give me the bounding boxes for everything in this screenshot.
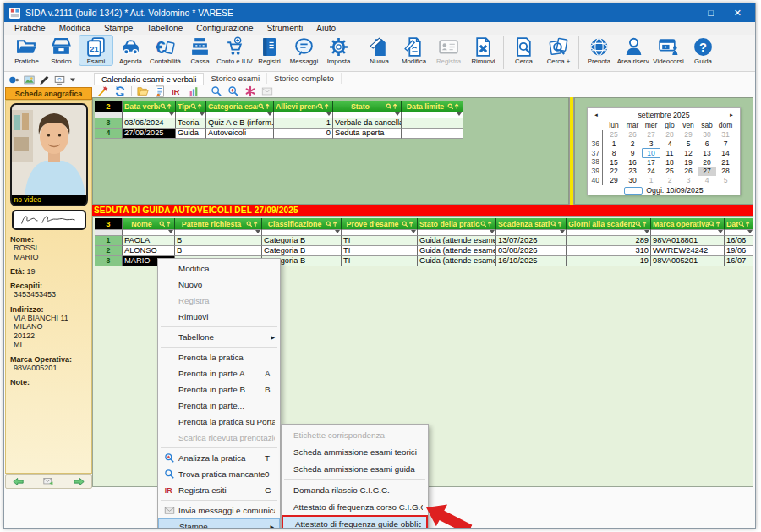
- calendar-day[interactable]: 27: [642, 130, 660, 140]
- filter-dropdown-icon[interactable]: [457, 112, 462, 118]
- toolbar-esami[interactable]: 21Esami: [79, 35, 113, 66]
- cell[interactable]: 0: [274, 129, 333, 139]
- calendar-day[interactable]: 26: [679, 167, 698, 176]
- column-header-data-r[interactable]: Data r: [725, 218, 753, 230]
- minimize-button[interactable]: –: [682, 8, 687, 18]
- filter-dropdown-icon[interactable]: [644, 230, 649, 236]
- toolbar-videocorsi[interactable]: Videocorsi: [651, 35, 686, 66]
- column-header-stato-della-pratica[interactable]: Stato della pratica: [418, 218, 496, 230]
- maximize-button[interactable]: □: [708, 8, 714, 18]
- image-icon[interactable]: [24, 74, 35, 85]
- toolbar-cassa[interactable]: Cassa: [183, 35, 217, 66]
- cell[interactable]: 03/08/2026: [496, 246, 567, 256]
- calendar-day[interactable]: 28: [660, 130, 679, 140]
- cell[interactable]: [402, 129, 463, 139]
- calendar-day[interactable]: 4: [660, 140, 679, 149]
- menu-item-analizza-la-pratica[interactable]: Analizza la praticaT: [158, 450, 280, 466]
- menu-strumenti[interactable]: Strumenti: [260, 23, 309, 34]
- cell[interactable]: 310: [567, 246, 651, 256]
- cell[interactable]: 98VA005201: [651, 256, 725, 266]
- filter-dropdown-icon[interactable]: [490, 230, 495, 236]
- menu-stampe[interactable]: Stampe: [97, 23, 140, 34]
- calendar-day[interactable]: 31: [716, 130, 735, 140]
- row-number[interactable]: 2: [95, 246, 123, 256]
- cell[interactable]: TI: [342, 246, 418, 256]
- signature-pen-icon[interactable]: [39, 74, 50, 85]
- column-header-data-limite[interactable]: Data limite: [402, 101, 463, 112]
- filter-dropdown-icon[interactable]: [267, 112, 272, 118]
- calendar-day[interactable]: 1: [605, 140, 623, 149]
- toolbar-registri[interactable]: Registri: [252, 35, 287, 66]
- filter-stato-della-pratica[interactable]: [418, 230, 496, 236]
- cell[interactable]: 289: [567, 236, 651, 246]
- calendar-day[interactable]: 16: [623, 158, 642, 167]
- filter-patente-richiesta[interactable]: [175, 230, 262, 236]
- calendar-day[interactable]: 30: [698, 130, 716, 140]
- tab-storico-completo[interactable]: Storico completo: [267, 73, 342, 84]
- menu-item-registra-esiti[interactable]: IRRegistra esitiG: [158, 482, 280, 498]
- toolbar-prenota[interactable]: Prenota: [582, 35, 616, 66]
- cell[interactable]: Guida: [176, 129, 206, 139]
- submenu-item-domanda-rilascio-c-i-g-c[interactable]: Domanda rilascio C.I.G.C.: [282, 481, 428, 498]
- calendar-day[interactable]: 2: [660, 176, 679, 185]
- cell[interactable]: 1: [274, 118, 333, 129]
- row-number[interactable]: 3: [95, 118, 123, 129]
- filter-data-verbale[interactable]: [123, 112, 176, 118]
- calendar-day[interactable]: 20: [698, 158, 716, 167]
- calendar-next-icon[interactable]: ►: [725, 112, 737, 118]
- filter-scadenza-statino[interactable]: [496, 230, 567, 236]
- filter-prove-d-esame[interactable]: [342, 230, 418, 236]
- toolbar-contabilit[interactable]: €Contabilità: [148, 35, 183, 66]
- filter-dropdown-icon[interactable]: [169, 112, 174, 118]
- filter-dropdown-icon[interactable]: [255, 230, 260, 236]
- cell[interactable]: Categoria B: [262, 236, 342, 246]
- sort-filter-icon[interactable]: [317, 103, 331, 110]
- row-number[interactable]: 4: [95, 129, 123, 139]
- column-header-data-verbale[interactable]: Data verbale: [123, 101, 176, 112]
- menu-item-stampe[interactable]: Stampe▶: [158, 518, 280, 528]
- toolbar-messaggi[interactable]: Messaggi: [287, 35, 321, 66]
- sort-filter-icon[interactable]: [160, 103, 173, 110]
- calendar-day[interactable]: 1: [642, 176, 660, 185]
- cell[interactable]: B: [175, 246, 262, 256]
- column-header-prove-d-esame[interactable]: Prove d'esame: [342, 218, 418, 230]
- sort-filter-icon[interactable]: [258, 103, 271, 110]
- filter-tipo[interactable]: [176, 112, 206, 118]
- cell[interactable]: Guida (attende esame): [418, 236, 496, 246]
- toolbar-registra[interactable]: Registra: [431, 35, 466, 66]
- search-plus-icon[interactable]: [227, 85, 239, 97]
- calendar-day[interactable]: 28: [716, 167, 735, 176]
- submenu-item-scheda-ammissione-esami-teorici[interactable]: Scheda ammissione esami teorici: [282, 443, 428, 460]
- cell[interactable]: 16/07: [725, 256, 753, 266]
- calendar-day[interactable]: 30: [623, 176, 642, 185]
- cell[interactable]: 19: [567, 256, 651, 266]
- filter-dropdown-icon[interactable]: [411, 230, 416, 236]
- calendar-day[interactable]: 13: [698, 149, 716, 158]
- filter-nome[interactable]: [123, 230, 175, 236]
- ir-results-icon[interactable]: IR: [171, 85, 183, 97]
- calendar-day[interactable]: 29: [605, 176, 623, 185]
- calendar-prev-icon[interactable]: ◄: [590, 112, 602, 118]
- close-button[interactable]: ✕: [734, 8, 742, 19]
- open-folder-icon[interactable]: [137, 85, 149, 97]
- column-header-marca-operativa[interactable]: Marca operativa: [651, 218, 725, 230]
- send-mail-button[interactable]: [43, 476, 54, 487]
- menu-item-invia-messaggi-e-comunicazioni[interactable]: Invia messaggi e comunicazioni: [158, 502, 280, 518]
- cell[interactable]: WWREW24242: [651, 246, 725, 256]
- calendar-day[interactable]: 9: [623, 149, 642, 158]
- calendar-day[interactable]: 10: [642, 148, 660, 159]
- toolbar-conto-e-iuv[interactable]: Conto e IUV: [217, 35, 252, 66]
- cell[interactable]: PAOLA: [123, 236, 175, 246]
- menu-item-nuovo[interactable]: Nuovo: [158, 277, 280, 293]
- calendar-day[interactable]: 4: [698, 176, 716, 185]
- toolbar-cerca[interactable]: Cerca: [506, 35, 541, 66]
- refresh-icon[interactable]: [114, 85, 126, 97]
- cell[interactable]: [402, 118, 463, 129]
- sort-filter-icon[interactable]: [326, 221, 339, 228]
- asterisk-icon[interactable]: [244, 85, 256, 97]
- calendar-day[interactable]: 29: [679, 130, 698, 140]
- column-header-giorni-alla-scadenza[interactable]: Giorni alla scadenza: [567, 218, 651, 230]
- row-number[interactable]: 1: [95, 236, 123, 246]
- menu-item-tabellone[interactable]: Tabellone▶: [158, 329, 280, 345]
- menu-item-prenota-in-parte[interactable]: Prenota in parte...: [158, 398, 280, 414]
